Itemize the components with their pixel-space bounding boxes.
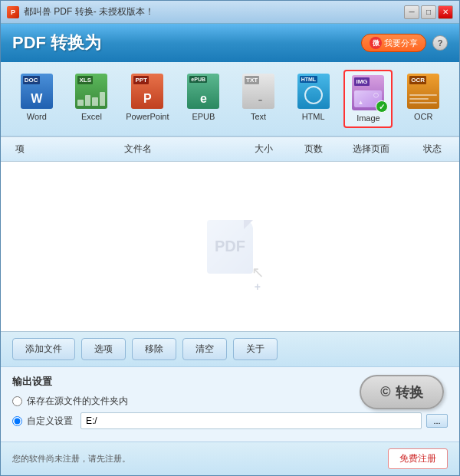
browse-button[interactable]: ... [426, 414, 448, 428]
output-option1-label: 保存在源文件的文件夹内 [27, 395, 128, 408]
pdf-placeholder-icon: PDF [207, 220, 253, 274]
remove-button[interactable]: 移除 [132, 338, 176, 360]
tool-epub[interactable]: e EPUB [179, 70, 228, 128]
options-button[interactable]: 选项 [81, 338, 126, 360]
ocr-label: OCR [414, 112, 432, 121]
tool-text[interactable]: Text [234, 70, 283, 128]
tool-excel[interactable]: Excel [67, 70, 117, 128]
add-icon: + [255, 281, 261, 293]
word-label: Word [27, 112, 47, 121]
col-pages: 页数 [291, 141, 337, 157]
epub-label: EPUB [192, 112, 215, 121]
epub-icon: e [187, 74, 219, 109]
title-controls: ─ □ ✕ [404, 5, 453, 19]
weibo-icon: 微 [370, 37, 382, 49]
powerpoint-icon: P [131, 74, 163, 109]
path-input[interactable] [80, 412, 422, 429]
file-table: 项 文件名 大小 页数 选择页面 状态 PDF ↖ + [1, 136, 459, 332]
excel-icon [75, 74, 107, 109]
tool-html[interactable]: HTML [289, 70, 338, 128]
header-bar: PDF 转换为 微 我要分享 ? [1, 24, 459, 62]
output-settings: 输出设置 保存在源文件的文件夹内 自定义设置 ... © 转换 [1, 367, 459, 442]
title-bar: P 都叫兽 PDF 转换- 未授权版本！ ─ □ ✕ [1, 1, 459, 24]
ocr-icon-wrapper [407, 74, 439, 109]
header-right: 微 我要分享 ? [361, 34, 448, 52]
text-label: Text [251, 112, 266, 121]
tool-ocr[interactable]: OCR [399, 70, 448, 128]
table-body: PDF ↖ + [1, 162, 459, 331]
powerpoint-icon-wrapper: P [131, 74, 163, 109]
action-bar: 添加文件 选项 移除 清空 关于 [1, 332, 459, 367]
html-icon-wrapper [297, 74, 330, 109]
text-icon-wrapper [242, 74, 274, 109]
word-icon: W [21, 74, 53, 109]
col-name: 文件名 [39, 141, 237, 157]
word-icon-wrapper: W [21, 74, 53, 109]
table-header: 项 文件名 大小 页数 选择页面 状态 [1, 137, 459, 162]
convert-button[interactable]: © 转换 [360, 375, 444, 409]
title-bar-left: P 都叫兽 PDF 转换- 未授权版本！ [7, 5, 154, 18]
cursor-icon: ↖ [251, 263, 264, 281]
clear-button[interactable]: 清空 [182, 338, 227, 360]
help-button[interactable]: ? [432, 35, 448, 51]
bottom-bar: 您的软件尚未注册，请先注册。 免费注册 [1, 442, 459, 475]
image-icon-wrapper: ✓ [352, 75, 384, 110]
text-icon [242, 74, 274, 109]
share-button[interactable]: 微 我要分享 [361, 34, 426, 52]
tool-powerpoint[interactable]: P PowerPoint [122, 70, 172, 128]
share-label: 我要分享 [384, 38, 418, 49]
window-title: 都叫兽 PDF 转换- 未授权版本！ [24, 5, 154, 18]
bottom-notice: 您的软件尚未注册，请先注册。 [12, 453, 130, 465]
toolbar: W Word Excel [1, 62, 459, 136]
app-icon: P [7, 6, 19, 18]
ocr-icon [407, 74, 439, 109]
html-label: HTML [302, 112, 325, 121]
add-file-button[interactable]: 添加文件 [12, 338, 75, 360]
image-label: Image [356, 113, 380, 123]
excel-icon-wrapper [75, 74, 107, 109]
output-option2-radio[interactable] [12, 416, 22, 426]
output-option2-label: 自定义设置 [27, 415, 73, 428]
col-status: 状态 [406, 141, 459, 157]
register-button[interactable]: 免费注册 [388, 448, 448, 469]
pdf-watermark: PDF ↖ + [207, 220, 253, 274]
col-select: 选择页面 [337, 141, 406, 157]
path-row: ... [80, 412, 448, 429]
header-title: PDF 转换为 [12, 31, 101, 54]
selected-check-badge: ✓ [376, 100, 388, 113]
maximize-button[interactable]: □ [421, 5, 436, 19]
convert-label: 转换 [396, 383, 423, 402]
output-option2-row: 自定义设置 ... [12, 412, 448, 429]
close-button[interactable]: ✕ [438, 5, 453, 19]
html-icon [297, 74, 330, 109]
tool-word[interactable]: W Word [12, 70, 61, 128]
excel-label: Excel [81, 112, 102, 121]
powerpoint-label: PowerPoint [126, 112, 169, 121]
minimize-button[interactable]: ─ [404, 5, 419, 19]
convert-icon: © [380, 384, 390, 400]
col-item: 项 [1, 141, 39, 157]
convert-section: © 转换 [360, 375, 444, 409]
output-option1-radio[interactable] [12, 396, 22, 406]
tool-image[interactable]: ✓ Image [343, 70, 393, 128]
about-button[interactable]: 关于 [233, 338, 278, 360]
main-window: P 都叫兽 PDF 转换- 未授权版本！ ─ □ ✕ PDF 转换为 微 我要分… [0, 0, 460, 476]
epub-icon-wrapper: e [187, 74, 219, 109]
col-size: 大小 [237, 141, 291, 157]
